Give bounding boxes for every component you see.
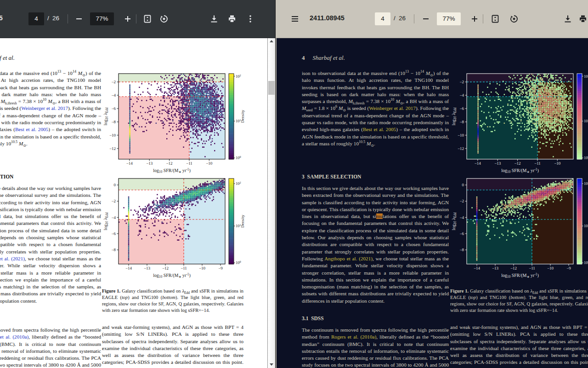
svg-text:−6: −6	[111, 106, 116, 111]
scroll-up-button[interactable]	[268, 38, 275, 45]
citation-link[interactable]: Best et al. 2005	[363, 126, 396, 132]
pdf-toolbar: 2411.08945 4 / 26 77%	[276, 0, 588, 38]
figure-column: −14−13−12−11−10−2−4−6−8−10−12log10 SFR/(…	[102, 38, 243, 368]
toolbar-divider	[68, 14, 68, 23]
svg-text:−14: −14	[125, 266, 132, 270]
section-heading: 3 SAMPLE SELECTION	[302, 174, 449, 179]
figure-tng-plot: −14−13−12−11−10−90−2−4−6−8log10 SFR/(M∗ …	[450, 176, 588, 280]
svg-text:101: 101	[584, 224, 588, 228]
paragraph: ison to observational data at the massiv…	[0, 70, 101, 147]
find-highlight: mu	[28, 213, 35, 219]
svg-text:−14: −14	[126, 161, 133, 166]
svg-text:100: 100	[236, 155, 241, 160]
svg-text:100: 100	[584, 260, 588, 265]
page-number-input[interactable]: 4	[375, 12, 390, 25]
pdf-page: 4Sharbaf et al. ison to observational da…	[277, 38, 588, 368]
svg-text:102: 102	[236, 181, 241, 186]
svg-text:−13: −13	[144, 266, 151, 270]
scroll-down-button[interactable]	[268, 361, 275, 368]
svg-text:log10 λEdd: log10 λEdd	[451, 107, 457, 125]
citation-link[interactable]: Angthopo et al. (2021)	[324, 256, 373, 261]
citation-link[interactable]: Best et al. 2005	[15, 126, 48, 132]
paragraph: In this section we give details about th…	[302, 185, 449, 305]
svg-text:−10: −10	[458, 133, 464, 138]
citation-link[interactable]: Rogers et al. (2010a)	[0, 334, 28, 339]
svg-text:−12: −12	[514, 161, 521, 166]
print-icon[interactable]	[578, 14, 588, 23]
page-total: 26	[52, 15, 59, 22]
svg-text:−8: −8	[459, 247, 464, 252]
svg-text:log10 SFR/(M∗ yr-1): log10 SFR/(M∗ yr-1)	[153, 273, 190, 279]
find-highlight: mu	[376, 213, 383, 219]
print-icon[interactable]	[227, 14, 237, 23]
citation-link[interactable]: Weinberger et al. 2017	[369, 105, 416, 111]
page-number-input[interactable]: 4	[28, 12, 44, 25]
svg-text:log10 SFR/(M∗ yr-1): log10 SFR/(M∗ yr-1)	[153, 168, 190, 174]
fit-page-icon[interactable]	[491, 14, 500, 23]
pdf-page-area: 4Sharbaf et al. ison to observational da…	[276, 38, 588, 368]
paragraph: In this section we give details about th…	[0, 185, 101, 305]
svg-text:−10: −10	[199, 266, 206, 270]
zoom-in-button[interactable]	[123, 14, 132, 23]
document-title: 2411.08945	[310, 14, 345, 22]
svg-text:−12: −12	[166, 161, 173, 166]
pdf-toolbar: 2411.08945 4 / 26 77%	[0, 0, 275, 38]
rotate-icon[interactable]	[509, 14, 519, 23]
zoom-level-input[interactable]: 77%	[437, 12, 461, 25]
svg-text:−10: −10	[554, 161, 561, 166]
svg-text:log10 λEdd: log10 λEdd	[103, 212, 109, 230]
citation-link[interactable]: Angthopo et al. (2021)	[0, 256, 25, 261]
fit-page-icon[interactable]	[143, 14, 152, 23]
page-separator: /	[394, 15, 396, 22]
menu-icon[interactable]	[290, 14, 300, 23]
zoom-out-button[interactable]	[421, 14, 430, 23]
svg-text:−2: −2	[111, 80, 116, 84]
svg-text:−12: −12	[458, 146, 464, 151]
svg-text:−2: −2	[459, 199, 464, 203]
svg-text:102: 102	[584, 181, 588, 186]
svg-text:0: 0	[462, 183, 464, 187]
page-total: 26	[399, 15, 406, 22]
zoom-level-input[interactable]: 77%	[90, 12, 114, 25]
pdf-viewer-window-light: 2411.08945 4 / 26 77% 4Sharba	[0, 0, 275, 368]
zoom-in-button[interactable]	[470, 14, 479, 23]
svg-text:−9: −9	[566, 266, 571, 270]
figure-column: −14−13−12−11−10−2−4−6−8−10−12log10 SFR/(…	[450, 38, 588, 368]
figure-caption: Figure 1. Galaxy classification based on…	[450, 288, 588, 314]
rotate-icon[interactable]	[159, 14, 169, 23]
svg-text:−13: −13	[492, 266, 499, 270]
paragraph: ison to observational data at the massiv…	[302, 70, 449, 147]
more-vert-icon[interactable]	[248, 14, 253, 23]
svg-text:−9: −9	[218, 266, 223, 270]
toolbar-divider	[136, 14, 136, 23]
document-title: 2411.08945	[0, 14, 3, 22]
svg-text:−8: −8	[459, 120, 464, 124]
svg-text:−4: −4	[459, 215, 464, 220]
svg-text:−2: −2	[459, 80, 464, 84]
vertical-scrollbar[interactable]	[267, 38, 275, 368]
svg-text:−11: −11	[529, 266, 535, 270]
zoom-out-button[interactable]	[74, 14, 84, 23]
svg-text:−2: −2	[111, 199, 116, 203]
svg-text:−12: −12	[162, 266, 169, 270]
svg-text:−4: −4	[459, 93, 464, 98]
download-icon[interactable]	[209, 14, 219, 23]
svg-text:−12: −12	[510, 266, 517, 270]
section-heading: 3 SAMPLE SELECTION	[0, 174, 101, 179]
citation-link[interactable]: Weinberger et al. 2017	[21, 105, 68, 111]
scroll-down-arrow-icon	[270, 363, 273, 366]
text-column: ison to observational data at the massiv…	[302, 38, 449, 368]
page-separator: /	[47, 15, 49, 22]
pdf-page: 4Sharbaf et al. ison to observational da…	[0, 38, 267, 368]
paragraph: The continuum is removed from spectra fo…	[302, 327, 449, 368]
svg-text:−8: −8	[111, 247, 116, 252]
scrollbar-thumb[interactable]	[268, 81, 275, 95]
pdf-page-area: 4Sharbaf et al. ison to observational da…	[0, 38, 275, 368]
svg-text:102: 102	[236, 74, 241, 79]
paragraph: and weak star-forming systems), and AGN …	[450, 324, 588, 368]
download-icon[interactable]	[563, 14, 572, 23]
svg-text:Density: Density	[240, 110, 245, 123]
pdf-viewer-window-dark: 2411.08945 4 / 26 77% 4Sharbaf et al.	[276, 0, 588, 368]
citation-link[interactable]: Rogers et al. (2010a)	[331, 334, 376, 339]
svg-text:−11: −11	[181, 266, 187, 270]
